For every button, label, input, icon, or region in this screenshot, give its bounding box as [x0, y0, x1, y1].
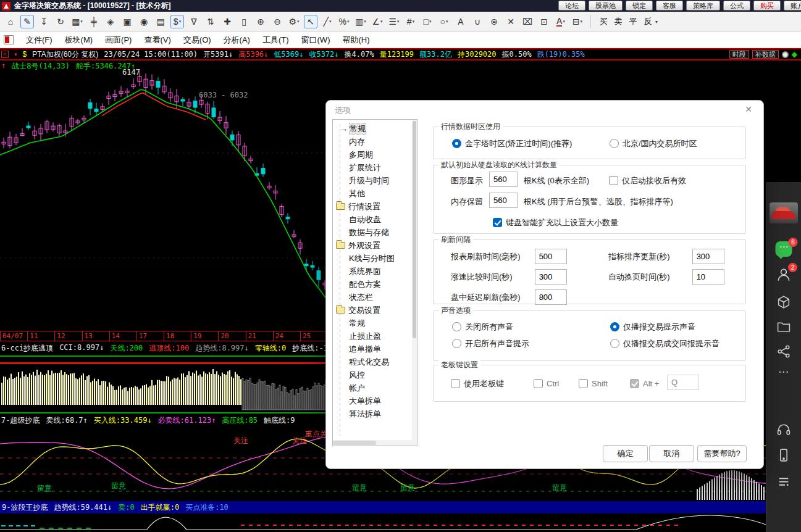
tree-scrollbar-thumb[interactable] — [413, 121, 416, 338]
use-bosskey-checkbox[interactable]: 使用老板键 — [451, 376, 504, 391]
dropdown-caret-icon[interactable]: ▾ — [14, 51, 17, 57]
play-icon[interactable]: ◉ — [137, 15, 151, 28]
tree-item[interactable]: → 帐户 — [333, 381, 417, 394]
tree-item[interactable]: → 追单撤单 — [333, 343, 417, 355]
share-button[interactable] — [776, 344, 792, 359]
tree-item[interactable]: → 常规 — [333, 317, 417, 330]
layout-grid-icon[interactable]: ▦ — [70, 15, 84, 28]
promo-car-thumbnail[interactable] — [770, 202, 798, 223]
tree-item[interactable]: → 自动收盘 — [333, 213, 417, 226]
tree-item[interactable]: → 交易设置 — [333, 304, 417, 317]
tree-item[interactable]: → 升级与时间 — [333, 174, 417, 187]
titlebar-button[interactable]: 公式 — [723, 1, 750, 10]
ellipse-icon[interactable]: ○ — [437, 15, 451, 28]
zoom-out-icon[interactable]: ⊖ — [270, 15, 284, 28]
titlebar-button[interactable]: 账户 — [784, 1, 801, 10]
display-count-input[interactable] — [489, 172, 518, 187]
loop-icon[interactable]: ⊜ — [487, 15, 501, 28]
ctrl-checkbox[interactable]: Ctrl — [534, 376, 559, 391]
tree-item[interactable]: → K线与分时图 — [333, 252, 417, 265]
symbol-name[interactable]: PTA加权(60分 复权) — [32, 49, 98, 60]
trade-button[interactable]: 反 — [640, 15, 655, 28]
home-icon[interactable]: ⌂ — [4, 15, 17, 28]
pointer-icon[interactable]: ↖ — [304, 15, 317, 28]
startup-only-checkbox[interactable]: 仅启动接收后有效 — [609, 173, 686, 188]
tree-item[interactable]: → 行情设置 — [333, 200, 417, 213]
titlebar-button[interactable]: 股票池 — [589, 1, 623, 10]
menu-item[interactable]: 分析(A) — [224, 35, 250, 46]
refresh-input[interactable] — [692, 269, 724, 285]
download-data-icon[interactable]: ↧ — [37, 15, 51, 28]
tree-item[interactable]: → 风控 — [333, 368, 417, 381]
mobile-button[interactable] — [776, 447, 792, 463]
price-tool-icon[interactable]: $ — [170, 15, 184, 28]
cube-button[interactable] — [776, 294, 792, 310]
titlebar-button[interactable]: 论坛 — [558, 1, 585, 10]
menu-item[interactable]: 板块(M) — [65, 35, 93, 46]
bosskey-input[interactable] — [667, 375, 699, 390]
trade-button[interactable]: 平 — [626, 15, 640, 28]
menu-item[interactable]: 窗口(W) — [301, 35, 330, 46]
fill-data-button[interactable]: 补数据 — [752, 50, 779, 59]
sort-icon[interactable]: ⇅ — [204, 15, 217, 28]
tree-item[interactable]: → 外观设置 — [333, 239, 417, 252]
font-color-icon[interactable]: A — [554, 15, 568, 28]
gann-icon[interactable]: ▥ — [354, 15, 367, 28]
indicator-sliders-icon[interactable]: ╪ — [87, 15, 101, 28]
fibonacci-icon[interactable]: ☰ — [387, 15, 401, 28]
menu-item[interactable]: 交易(O) — [183, 35, 211, 46]
cancel-button[interactable]: 取消 — [649, 445, 694, 462]
session-button[interactable]: 时段 — [729, 50, 749, 59]
ruler-icon[interactable]: ▯ — [237, 15, 251, 28]
tree-item[interactable]: → 多周期 — [333, 148, 417, 161]
tree-item[interactable]: → 状态栏 — [333, 291, 417, 304]
files-button[interactable] — [776, 319, 792, 335]
sound-option-radio[interactable]: 仅播报交易提示声音 — [610, 322, 719, 333]
save-icon[interactable]: ⊟ — [571, 15, 584, 28]
move-icon[interactable]: ✚ — [220, 15, 234, 28]
tree-item[interactable]: → 内存 — [333, 135, 417, 148]
tree-item[interactable]: → 止损止盈 — [333, 330, 417, 343]
refresh-input[interactable] — [535, 249, 567, 264]
sound-option-radio[interactable]: 开启所有声音提示 — [452, 338, 610, 349]
titlebar-button[interactable]: 策略库 — [686, 1, 720, 10]
titlebar-button[interactable]: 锁定 — [626, 1, 653, 10]
sound-option-radio[interactable]: 关闭所有声音 — [452, 322, 610, 333]
chat-button[interactable]: 6 — [776, 241, 792, 257]
lock-icon[interactable]: ⊡ — [537, 15, 551, 28]
grid-icon[interactable]: # — [404, 15, 417, 28]
magnet-icon[interactable]: ∪ — [471, 15, 484, 28]
tree-item[interactable]: → 数据与存储 — [333, 226, 417, 239]
text-icon[interactable]: A — [454, 15, 468, 28]
tree-item[interactable]: → 扩展统计 — [333, 161, 417, 174]
tree-item[interactable]: → 算法拆单 — [333, 407, 417, 420]
beijing-timezone-radio[interactable]: 北京/国内交易所时区 — [610, 136, 697, 151]
settings-gear-icon[interactable]: ⚙ — [287, 15, 301, 28]
help-button[interactable]: 需要帮助? — [697, 445, 747, 462]
memory-count-input[interactable] — [489, 193, 518, 208]
user-button[interactable]: 2 — [776, 267, 792, 283]
trendline-icon[interactable]: ╱ — [321, 15, 334, 28]
menu-item[interactable]: 工具(T) — [262, 35, 289, 46]
report-icon[interactable]: ▤ — [154, 15, 167, 28]
rectangle-icon[interactable]: □ — [421, 15, 434, 28]
tree-item[interactable]: → 大单拆单 — [333, 394, 417, 407]
close-icon[interactable]: ✕ — [741, 104, 756, 115]
alt-checkbox[interactable]: Alt + — [630, 376, 659, 391]
shift-checkbox[interactable]: Shift — [579, 376, 608, 391]
menu-item[interactable]: 查看(V) — [144, 35, 170, 46]
titlebar-button[interactable]: 购买 — [753, 1, 781, 10]
tree-item[interactable]: → 系统界面 — [333, 265, 417, 278]
date-axis[interactable]: 04/071112131417181920212425 — [0, 331, 327, 341]
trade-dropdown-caret-icon[interactable] — [655, 19, 658, 25]
menu-item[interactable]: 画面(P) — [105, 35, 132, 46]
refresh-input[interactable] — [535, 289, 567, 305]
trash-icon[interactable]: ⌧ — [521, 15, 534, 28]
tree-hscrollbar[interactable] — [333, 440, 412, 446]
tree-scrollbar[interactable] — [412, 120, 417, 446]
ok-button[interactable]: 确定 — [603, 445, 648, 462]
sound-option-radio[interactable]: 仅播报交易成交回报提示音 — [610, 338, 719, 349]
menu-list-button[interactable] — [776, 474, 792, 489]
angle-icon[interactable]: ∠ — [371, 15, 384, 28]
keyboard-expand-checkbox[interactable]: 键盘智能扩充以上设置大小数量 — [493, 215, 618, 230]
